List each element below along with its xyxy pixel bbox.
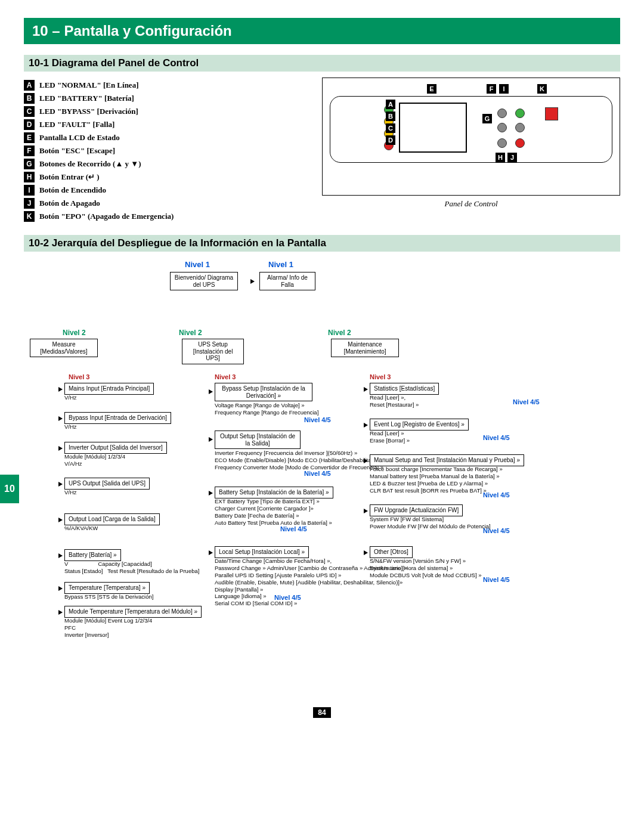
box-battery-setup: Battery Setup [Instalación de la Batería… [215, 487, 333, 498]
nivel45-c: Nivel 4/5 [280, 525, 307, 532]
note-fwupg: System FW [FW del Sistema] Power Module … [370, 516, 491, 530]
note-bypass-sts: Bypass STS [STS de la Derivación] [64, 593, 153, 600]
box-module-temp: Module Temperature [Temperatura del Módu… [64, 606, 202, 618]
panel-caption: Panel de Control [322, 199, 620, 209]
tag-h: H [24, 172, 35, 182]
nivel1-label-b: Nivel 1 [268, 260, 293, 269]
legend-b: LED "BATTERY" [Batería] [39, 94, 134, 103]
section-10-2-heading: 10-2 Jerarquía del Despliegue de la Info… [24, 235, 620, 252]
legend-e: Pantalla LCD de Estado [39, 133, 120, 143]
tag-d: D [24, 119, 35, 130]
box-event-log: Event Log [Registro de Eventos] » [370, 419, 469, 431]
box-maintenance: Maintenance [Mantenimiento] [331, 339, 399, 357]
note-battery-setup: EXT Battery Type [Tipo de Batería EXT] »… [215, 498, 332, 527]
nivel45-a: Nivel 4/5 [304, 416, 331, 423]
note-manual: Force boost charge [Incrementar Tasa de … [370, 466, 503, 494]
page-number: 84 [313, 707, 330, 718]
note-vhz-1: V/Hz [64, 394, 77, 401]
note-vahz: V/A/Hz [64, 460, 82, 467]
legend-k: Botón "EPO" (Apagado de Emergencia) [39, 212, 174, 221]
tag-b: B [24, 93, 35, 104]
note-vhz-3: V/Hz [64, 489, 77, 496]
panel-figure: A B C D E F I G K H J Panel de Control [322, 78, 620, 224]
tag-e: E [24, 132, 35, 143]
legend-i: Botón de Encendido [39, 185, 106, 195]
tag-i: I [24, 185, 35, 196]
tag-j: J [24, 198, 35, 209]
nivel45-b: Nivel 4/5 [304, 470, 331, 477]
nivel45-f: Nivel 4/5 [483, 434, 510, 441]
note-battery-detail: V Capacity [Capacidad] Status [Estado] T… [64, 561, 199, 575]
note-stats: Read [Leer] », Reset [Restaurar] » [370, 394, 419, 408]
section-10-1-heading: 10-1 Diagrama del Panel de Control [24, 55, 620, 72]
nivel45-g: Nivel 4/5 [483, 491, 510, 498]
nivel2-c: Nivel 2 [328, 329, 351, 337]
legend-list: ALED "NORMAL" [En Línea] BLED "BATTERY" … [24, 78, 322, 224]
legend-h: Botón Entrar (↵ ) [39, 172, 100, 182]
nivel3-c: Nivel 3 [370, 373, 391, 380]
box-temperature: Temperature [Temperatura] » [64, 582, 150, 594]
nivel3-a: Nivel 3 [69, 373, 89, 380]
box-other: Other [Otros] [370, 546, 413, 558]
note-modtemp-detail: Module [Módulo] Event Log 1/2/3/4 PFC In… [64, 617, 152, 639]
nivel3-b: Nivel 3 [215, 373, 236, 380]
legend-j: Botón de Apagado [39, 199, 100, 208]
tag-c: C [24, 106, 35, 117]
tag-g: G [24, 159, 35, 169]
box-mains: Mains Input [Entrada Principal] [64, 383, 154, 395]
nivel45-h: Nivel 4/5 [483, 527, 510, 534]
box-bypass-setup: Bypass Setup [Instalación de la Derivaci… [215, 383, 312, 401]
box-inverter-output: Inverter Output [Salida del Inversor] [64, 442, 167, 454]
box-output-load: Output Load [Carga de la Salida] [64, 513, 160, 525]
note-module: Module [Módulo] 1/2/3/4 [64, 453, 125, 460]
note-output-setup: Inverter Frequency [Frecuencia del Inver… [215, 450, 383, 471]
box-fw-upgrade: FW Upgrade [Actualización FW] [370, 504, 463, 516]
box-manual-setup: Manual Setup and Test [Instalación Manua… [370, 454, 524, 466]
box-battery: Battery [Batería] » [64, 549, 121, 561]
note-other: S/N&FW version [Versión S/N y FW] » Syst… [370, 558, 481, 579]
side-tab: 10 [0, 475, 19, 503]
legend-a: LED "NORMAL" [En Línea] [39, 80, 138, 90]
hierarchy-diagram: 10 Nivel 1 Nivel 1 Bienvenido/ Diagrama … [24, 260, 620, 701]
note-pct: %/A/KVA/KW [64, 525, 98, 532]
box-bypass-input: Bypass Input [Entrada de Derivación] [64, 412, 171, 424]
legend-d: LED "FAULT" [Falla] [39, 120, 114, 129]
box-setup: UPS Setup [Instalación del UPS] [182, 339, 244, 364]
note-bypass-setup: Voltage Range [Rango de Voltaje] » Frequ… [215, 402, 318, 416]
legend-g: Botones de Recorrido (▲ y ▼) [39, 159, 141, 169]
nivel45-d: Nivel 4/5 [274, 594, 301, 601]
tag-k: K [24, 211, 35, 222]
box-local-setup: Local Setup [Instalación Local] » [215, 546, 309, 558]
box-welcome: Bienvenido/ Diagrama del UPS [170, 272, 238, 290]
nivel45-e: Nivel 4/5 [513, 398, 540, 405]
box-ups-output: UPS Output [Salida del UPS] [64, 478, 150, 490]
legend-f: Botón "ESC" [Escape] [39, 146, 115, 156]
box-alarm: Alarma/ Info de Falla [259, 272, 315, 290]
nivel1-label: Nivel 1 [185, 260, 210, 269]
box-measure: Measure [Medidas/Valores] [30, 339, 98, 357]
nivel2-a: Nivel 2 [63, 329, 86, 337]
legend-c: LED "BYPASS" [Derivación] [39, 107, 138, 116]
tag-a: A [24, 80, 35, 91]
note-vhz-2: V/Hz [64, 423, 77, 431]
note-eventlog: Read [Leer] » Erase [Borrar] » [370, 430, 410, 444]
tag-f: F [24, 145, 35, 156]
nivel45-i: Nivel 4/5 [483, 576, 510, 583]
page-title: 10 – Pantalla y Configuración [24, 18, 620, 44]
lcd-screen [399, 103, 467, 153]
box-statistics: Statistics [Estadísticas] [370, 383, 439, 395]
nivel2-b: Nivel 2 [179, 329, 202, 337]
box-output-setup: Output Setup [Instalación de la Salida] [215, 431, 301, 449]
